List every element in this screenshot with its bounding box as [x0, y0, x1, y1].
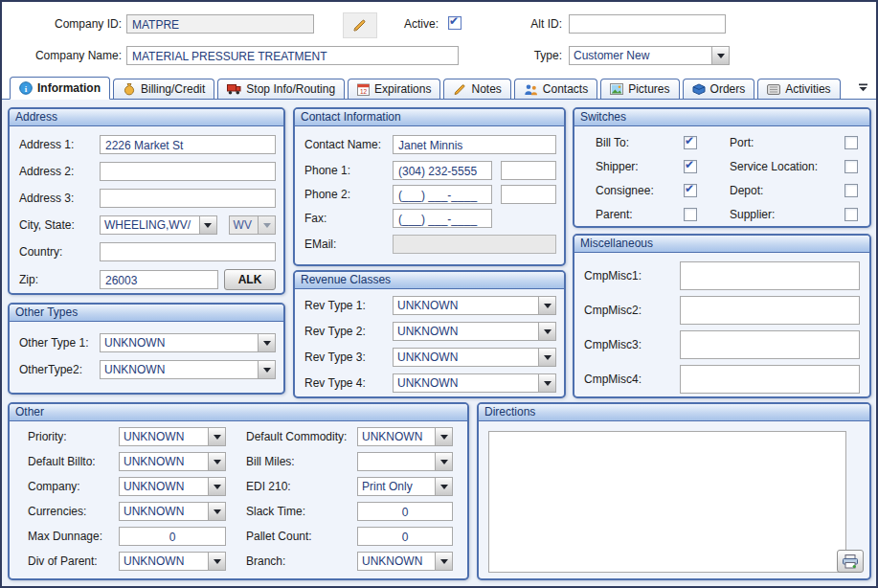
phone2-ext-field[interactable] [501, 185, 556, 204]
print-directions-button[interactable] [837, 550, 864, 573]
pallet-count-field[interactable]: 0 [357, 527, 453, 546]
edi-210-label: EDI 210: [246, 480, 357, 493]
cmpmisc4-field[interactable] [680, 365, 860, 394]
tab-billing-credit[interactable]: Billing/Credit [113, 79, 214, 99]
shipper-checkbox[interactable] [684, 160, 697, 173]
default-commodity-dropdown[interactable]: UNKNOWN [357, 427, 453, 446]
max-dunnage-field[interactable]: 0 [119, 527, 226, 546]
tab-expirations[interactable]: 12 Expirations [348, 79, 440, 99]
address2-field[interactable] [100, 162, 276, 181]
cmpmisc2-field[interactable] [680, 296, 860, 325]
rev-type2-dropdown[interactable]: UNKNOWN [393, 322, 556, 341]
directions-textarea[interactable] [488, 431, 846, 573]
supplier-checkbox[interactable] [844, 208, 858, 221]
dropdown-button[interactable] [435, 428, 452, 445]
tab-overflow-button[interactable] [858, 81, 868, 95]
fax-field[interactable]: (___) ___-____ [393, 209, 492, 228]
port-checkbox[interactable] [844, 136, 858, 149]
dropdown-button[interactable] [538, 349, 555, 366]
dropdown-button[interactable] [208, 428, 225, 445]
phone2-field[interactable]: (___) ___-____ [393, 185, 492, 204]
address3-field[interactable] [100, 189, 276, 208]
miscellaneous-group: Miscellaneous CmpMisc1: CmpMisc2: CmpMis… [573, 234, 871, 398]
other-type1-dropdown[interactable]: UNKNOWN [100, 333, 276, 352]
chevron-down-icon [544, 355, 552, 360]
cmpmisc4-label: CmpMisc4: [584, 373, 680, 386]
rev-type4-dropdown[interactable]: UNKNOWN [393, 373, 556, 393]
dropdown-button[interactable] [711, 47, 729, 64]
tab-contacts[interactable]: Contacts [514, 79, 597, 99]
information-tab-panel: Address Address 1: 2226 Market St Addres… [2, 100, 876, 586]
cmpmisc3-field[interactable] [680, 330, 860, 359]
bill-to-checkbox[interactable] [684, 136, 697, 149]
edit-company-id-button[interactable] [343, 12, 377, 38]
type-dropdown[interactable]: Customer New [569, 46, 730, 65]
country-field[interactable] [100, 242, 276, 261]
dropdown-button[interactable] [208, 503, 225, 520]
address-group-title: Address [10, 109, 283, 126]
revenue-classes-group: Revenue Classes Rev Type 1: UNKNOWN Rev … [293, 270, 566, 398]
branch-dropdown[interactable]: UNKNOWN [357, 552, 453, 571]
dropdown-button [258, 216, 275, 234]
tab-orders[interactable]: Orders [683, 79, 755, 99]
alk-button[interactable]: ALK [224, 269, 276, 290]
default-billto-dropdown[interactable]: UNKNOWN [119, 452, 226, 471]
dropdown-button[interactable] [199, 216, 216, 234]
active-checkbox[interactable] [448, 16, 462, 30]
cmpmisc1-field[interactable] [680, 261, 860, 290]
tab-pictures[interactable]: Pictures [600, 79, 679, 99]
dropdown-button[interactable] [538, 297, 555, 314]
tab-information[interactable]: i Information [10, 77, 110, 100]
phone1-label: Phone 1: [304, 164, 393, 177]
bill-miles-dropdown[interactable] [357, 452, 453, 471]
contact-name-field[interactable]: Janet Minnis [393, 135, 556, 154]
service-location-checkbox[interactable] [844, 160, 858, 173]
rev-type1-dropdown[interactable]: UNKNOWN [393, 296, 556, 315]
dropdown-button[interactable] [435, 453, 452, 470]
city-dropdown[interactable]: WHEELING,WV/ [100, 215, 217, 235]
type-label: Type: [509, 49, 562, 62]
chevron-down-icon [440, 559, 448, 564]
currencies-dropdown[interactable]: UNKNOWN [119, 502, 226, 521]
company-header: Company ID: MATPRE Active: Alt ID: Compa… [2, 2, 876, 77]
edi-210-value: Print Only [358, 478, 435, 495]
phone1-ext-field[interactable] [501, 161, 556, 180]
company-name-field[interactable]: MATERIAL PRESSURE TREATMENT [126, 46, 459, 65]
dropdown-button[interactable] [258, 334, 275, 351]
tab-notes[interactable]: Notes [443, 79, 510, 99]
slack-time-field[interactable]: 0 [357, 502, 453, 521]
dropdown-button[interactable] [208, 453, 225, 470]
zip-field[interactable]: 26003 [100, 270, 218, 289]
currencies-value: UNKNOWN [120, 503, 208, 520]
company-dropdown[interactable]: UNKNOWN [119, 477, 226, 496]
edi-210-dropdown[interactable]: Print Only [357, 477, 453, 496]
chevron-down-icon [214, 435, 221, 440]
chevron-down-icon [544, 329, 552, 334]
dropdown-button[interactable] [538, 374, 555, 392]
dropdown-button[interactable] [208, 478, 225, 495]
dropdown-button[interactable] [435, 553, 452, 570]
priority-dropdown[interactable]: UNKNOWN [119, 427, 226, 446]
consignee-checkbox[interactable] [684, 184, 697, 197]
depot-checkbox[interactable] [844, 184, 858, 197]
address1-field[interactable]: 2226 Market St [100, 135, 276, 154]
other-type2-dropdown[interactable]: UNKNOWN [100, 360, 276, 379]
chevron-down-icon [214, 559, 221, 564]
default-billto-value: UNKNOWN [120, 453, 208, 470]
rev-type3-dropdown[interactable]: UNKNOWN [393, 348, 556, 367]
printer-icon [842, 554, 859, 569]
dropdown-button[interactable] [258, 361, 275, 378]
rev-type2-label: Rev Type 2: [304, 325, 393, 338]
company-id-field[interactable]: MATPRE [126, 14, 314, 34]
tab-activities[interactable]: Activities [757, 79, 840, 99]
alt-id-field[interactable] [569, 14, 726, 34]
dropdown-button[interactable] [538, 323, 555, 340]
div-of-parent-dropdown[interactable]: UNKNOWN [119, 552, 226, 571]
email-field [393, 235, 556, 254]
dropdown-button[interactable] [208, 553, 225, 570]
tab-stop-info-routing[interactable]: Stop Info/Routing [217, 79, 345, 99]
port-label: Port: [730, 136, 843, 149]
parent-checkbox[interactable] [684, 208, 697, 221]
phone1-field[interactable]: (304) 232-5555 [393, 161, 492, 180]
dropdown-button[interactable] [435, 478, 452, 495]
